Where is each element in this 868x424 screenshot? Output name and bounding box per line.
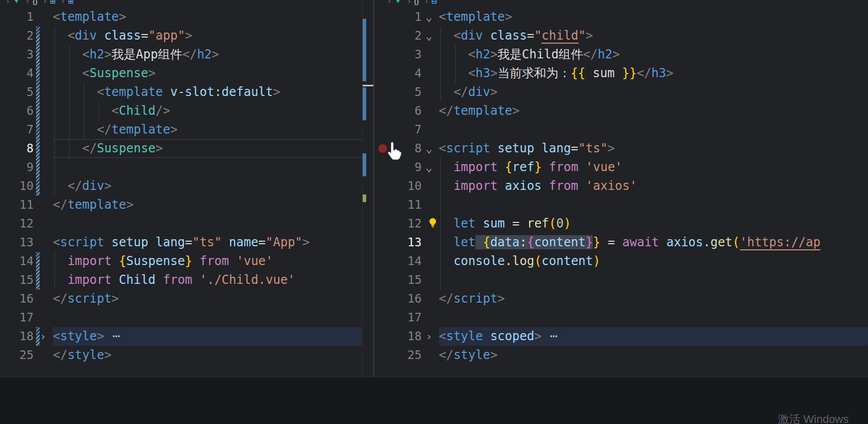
line-number[interactable]: 3 — [0, 45, 34, 64]
editor-split-sash[interactable] — [373, 0, 374, 377]
line-number[interactable]: 2 — [373, 26, 422, 45]
token: . — [703, 235, 710, 249]
diff-modified-gutter-mark[interactable] — [36, 327, 40, 346]
line-number[interactable]: 1 — [0, 8, 34, 26]
code-line-6[interactable]: 6</template> — [373, 102, 868, 120]
line-number[interactable]: 16 — [373, 289, 422, 308]
token: "app" — [148, 28, 185, 43]
line-number[interactable]: 13 — [373, 233, 422, 252]
line-number[interactable]: 16 — [0, 289, 34, 308]
line-number[interactable]: 9 — [0, 158, 34, 177]
code-line-25[interactable]: 25</style> — [0, 346, 362, 365]
line-number[interactable]: 15 — [0, 271, 34, 289]
fold-chevron-down-icon[interactable]: ⌄ — [426, 158, 432, 177]
code-line-11[interactable]: 11</template> — [0, 195, 362, 214]
code-line-5[interactable]: 5 </div> — [373, 83, 868, 102]
breakpoint-dot[interactable] — [378, 144, 387, 153]
line-number[interactable]: 7 — [373, 120, 422, 139]
token: style — [60, 329, 97, 343]
line-number[interactable]: 13 — [0, 233, 34, 252]
diff-modified-gutter-mark[interactable] — [36, 26, 40, 195]
line-number[interactable]: 10 — [0, 177, 34, 195]
code-line-17[interactable]: 17 — [373, 308, 868, 327]
code-line-13[interactable]: 13<script setup lang="ts" name="App"> — [0, 233, 362, 252]
code-line-1[interactable]: 1⌄<template> — [373, 8, 868, 26]
code-line-10[interactable]: 10 import axios from 'axios' — [373, 177, 868, 195]
line-number[interactable]: 4 — [373, 64, 422, 83]
code-line-12[interactable]: 12 — [0, 214, 362, 233]
code-line-18[interactable]: 18›<style scoped> ⋯ — [373, 327, 868, 346]
fold-chevron-down-icon[interactable]: ⌄ — [426, 26, 432, 45]
token: = — [527, 28, 534, 43]
code-text: let {data:{content}} = await axios.get('… — [439, 233, 868, 252]
token — [541, 160, 549, 174]
token: > — [104, 179, 111, 193]
token: import — [454, 160, 498, 174]
code-line-8[interactable]: 8⌄<script setup lang="ts"> — [373, 139, 868, 158]
code-line-13[interactable]: 13 let {data:{content}} = await axios.ge… — [373, 233, 868, 252]
line-number[interactable]: 6 — [0, 102, 34, 120]
line-number[interactable]: 10 — [373, 177, 422, 195]
line-number[interactable]: 2 — [0, 26, 34, 45]
token — [221, 235, 229, 249]
line-number[interactable]: 7 — [0, 120, 34, 139]
code-line-12[interactable]: 12 let sum = ref(0) — [373, 214, 868, 233]
lightbulb-icon[interactable] — [428, 217, 438, 229]
token: div — [75, 28, 97, 43]
code-line-1[interactable]: 1<template> — [0, 8, 362, 26]
line-number[interactable]: 5 — [0, 83, 34, 102]
code-text: </Suspense> — [53, 139, 362, 158]
line-number[interactable]: 14 — [0, 252, 34, 271]
line-number[interactable]: 25 — [373, 346, 422, 365]
line-number[interactable]: 25 — [0, 346, 34, 365]
code-line-9[interactable]: 9⌄ import {ref} from 'vue' — [373, 158, 868, 177]
code-line-4[interactable]: 4 <h3>当前求和为：{{ sum }}</h3> — [373, 64, 868, 83]
code-line-16[interactable]: 16</script> — [0, 289, 362, 308]
line-number[interactable]: 17 — [0, 308, 34, 327]
code-line-3[interactable]: 3 <h2>我是Child组件</h2> — [373, 45, 868, 64]
line-number[interactable]: 12 — [373, 214, 422, 233]
token: </ — [53, 348, 68, 362]
line-number[interactable]: 11 — [0, 195, 34, 214]
line-number[interactable]: 5 — [373, 83, 422, 102]
code-line-7[interactable]: 7 — [373, 120, 868, 139]
fold-chevron-right-icon[interactable]: › — [40, 327, 46, 346]
code-line-18[interactable]: 18›<style> ⋯ — [0, 327, 362, 346]
code-line-25[interactable]: 25</style> — [373, 346, 868, 365]
code-line-17[interactable]: 17 — [0, 308, 362, 327]
code-line-2[interactable]: 2⌄ <div class="child"> — [373, 26, 868, 45]
line-number[interactable]: 12 — [0, 214, 34, 233]
line-number[interactable]: 4 — [0, 64, 34, 83]
token: > — [490, 348, 497, 362]
token: } — [593, 235, 600, 249]
code-line-15[interactable]: 15 — [373, 271, 868, 289]
code-line-16[interactable]: 16</script> — [373, 289, 868, 308]
gutter-deco — [422, 233, 439, 252]
token: </ — [97, 122, 112, 137]
token: script — [446, 141, 490, 155]
overview-ruler-mark — [362, 19, 366, 81]
token: import — [454, 179, 498, 193]
line-number[interactable]: 1 — [373, 8, 422, 26]
code-text: </template> — [53, 120, 362, 139]
code-line-11[interactable]: 11 — [373, 195, 868, 214]
line-number[interactable]: 15 — [373, 271, 422, 289]
code-line-14[interactable]: 14 console.log(content) — [373, 252, 868, 271]
line-number[interactable]: 3 — [373, 45, 422, 64]
fold-chevron-down-icon[interactable]: ⌄ — [426, 8, 432, 26]
line-number[interactable]: 18 — [373, 327, 422, 346]
fold-chevron-right-icon[interactable]: › — [426, 327, 432, 346]
line-number[interactable]: 17 — [373, 308, 422, 327]
line-number[interactable]: 11 — [373, 195, 422, 214]
gutter-deco — [422, 120, 439, 139]
line-number[interactable]: 14 — [373, 252, 422, 271]
indent-guide — [455, 45, 456, 83]
fold-chevron-down-icon[interactable]: ⌄ — [426, 139, 432, 158]
diff-modified-gutter-mark[interactable] — [36, 252, 40, 289]
code-text: let sum = ref(0) — [439, 214, 868, 233]
token: > — [126, 198, 134, 212]
line-number[interactable]: 8 — [0, 139, 34, 158]
token: template — [454, 104, 512, 118]
line-number[interactable]: 18 — [0, 327, 34, 346]
line-number[interactable]: 6 — [373, 102, 422, 120]
